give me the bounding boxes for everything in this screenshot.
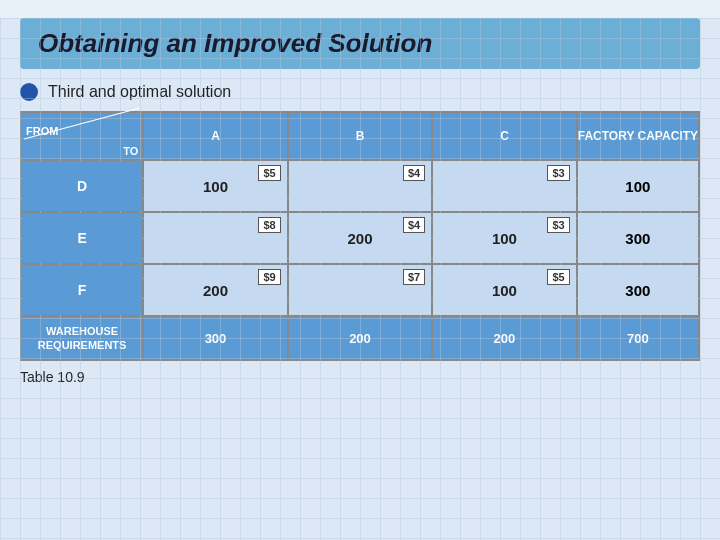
cell-d-1: $4 bbox=[288, 160, 432, 212]
solution-table: FROM TO A B C FACTORY CAPACITY D$5100$4$… bbox=[20, 111, 700, 361]
cell-f-2: $5100 bbox=[432, 264, 576, 316]
cost-box: $3 bbox=[547, 217, 569, 233]
req-label-line1: WAREHOUSE bbox=[46, 325, 118, 337]
page-title: Obtaining an Improved Solution bbox=[38, 28, 682, 59]
cost-box: $7 bbox=[403, 269, 425, 285]
cell-e-1: $4200 bbox=[288, 212, 432, 264]
req-value-col_c: 200 bbox=[432, 316, 576, 360]
cell-value: 100 bbox=[203, 178, 228, 195]
table-row: D$5100$4$3100 bbox=[21, 160, 699, 212]
title-bar: Obtaining an Improved Solution bbox=[20, 18, 700, 69]
col-from-to-header: FROM TO bbox=[21, 112, 143, 160]
cell-value: 200 bbox=[347, 230, 372, 247]
cell-f-0: $9200 bbox=[143, 264, 287, 316]
col-factory-header: FACTORY CAPACITY bbox=[577, 112, 699, 160]
requirements-row: WAREHOUSEREQUIREMENTS300200200700 bbox=[21, 316, 699, 360]
cell-e-2: $3100 bbox=[432, 212, 576, 264]
cost-box: $5 bbox=[258, 165, 280, 181]
cost-box: $8 bbox=[258, 217, 280, 233]
col-a-header: A bbox=[143, 112, 287, 160]
col-b-header: B bbox=[288, 112, 432, 160]
cell-e-0: $8 bbox=[143, 212, 287, 264]
cell-f-1: $7 bbox=[288, 264, 432, 316]
cell-value: 200 bbox=[203, 282, 228, 299]
req-label-line2: REQUIREMENTS bbox=[38, 339, 127, 351]
cell-value: 100 bbox=[492, 282, 517, 299]
table-wrapper: FROM TO A B C FACTORY CAPACITY D$5100$4$… bbox=[20, 111, 700, 385]
factory-cap-f: 300 bbox=[577, 264, 699, 316]
cost-box: $4 bbox=[403, 217, 425, 233]
table-row: F$9200$7$5100300 bbox=[21, 264, 699, 316]
cost-box: $4 bbox=[403, 165, 425, 181]
cost-box: $9 bbox=[258, 269, 280, 285]
page: Obtaining an Improved Solution Third and… bbox=[0, 18, 720, 540]
table-caption: Table 10.9 bbox=[20, 369, 700, 385]
row-label-f: F bbox=[21, 264, 143, 316]
cost-box: $3 bbox=[547, 165, 569, 181]
subtitle-text: Third and optimal solution bbox=[48, 83, 231, 101]
warehouse-requirements-label: WAREHOUSEREQUIREMENTS bbox=[21, 316, 143, 360]
bullet-icon bbox=[20, 83, 38, 101]
row-label-e: E bbox=[21, 212, 143, 264]
factory-cap-d: 100 bbox=[577, 160, 699, 212]
table-row: E$8$4200$3100300 bbox=[21, 212, 699, 264]
subtitle: Third and optimal solution bbox=[20, 83, 700, 101]
req-value-col_b: 200 bbox=[288, 316, 432, 360]
req-value-total: 700 bbox=[577, 316, 699, 360]
factory-cap-e: 300 bbox=[577, 212, 699, 264]
cell-value: 100 bbox=[492, 230, 517, 247]
cell-d-2: $3 bbox=[432, 160, 576, 212]
row-label-d: D bbox=[21, 160, 143, 212]
col-c-header: C bbox=[432, 112, 576, 160]
req-value-col_a: 300 bbox=[143, 316, 287, 360]
table-header-row: FROM TO A B C FACTORY CAPACITY bbox=[21, 112, 699, 160]
cost-box: $5 bbox=[547, 269, 569, 285]
cell-d-0: $5100 bbox=[143, 160, 287, 212]
to-label: TO bbox=[123, 145, 138, 157]
